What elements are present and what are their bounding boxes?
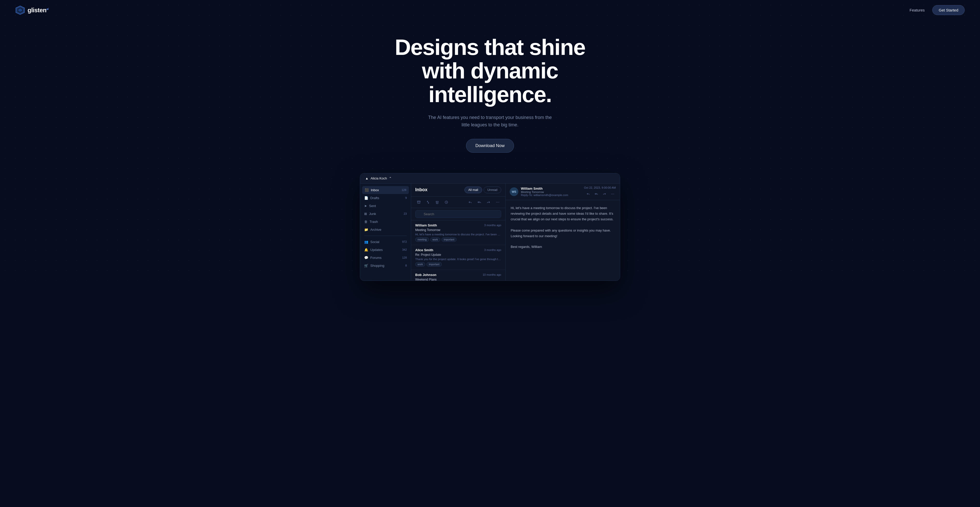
sidebar-divider bbox=[364, 236, 407, 236]
inbox-panel-title: Inbox bbox=[415, 187, 428, 193]
email-detail-panel: WS William Smith Meeting Tomorrow Reply-… bbox=[506, 183, 620, 281]
sidebar-item-sent[interactable]: ➤ Sent bbox=[360, 202, 411, 210]
archive-toolbar-icon[interactable] bbox=[415, 199, 422, 206]
search-input[interactable] bbox=[415, 210, 501, 218]
email-preview: Hi, let's have a meeting tomorrow to dis… bbox=[415, 233, 501, 236]
sidebar-item-trash[interactable]: 🗑 Trash bbox=[360, 218, 411, 226]
chevron-icon: ⌃ bbox=[389, 176, 392, 180]
email-toolbar: ⋯ bbox=[411, 196, 505, 208]
email-item[interactable]: Alice Smith 3 months ago Re: Project Upd… bbox=[411, 245, 505, 270]
download-button[interactable]: Download Now bbox=[466, 139, 514, 153]
more-toolbar-icon[interactable]: ⋯ bbox=[494, 199, 501, 206]
detail-actions: ⋯ bbox=[585, 191, 616, 197]
email-body-paragraph-2: Please come prepared with any questions … bbox=[511, 228, 615, 239]
filter-buttons: All mail Unread bbox=[465, 187, 501, 193]
account-selector[interactable]: ▲ Alicia Koch ⌃ bbox=[365, 176, 392, 180]
triangle-icon: ▲ bbox=[365, 176, 369, 180]
email-tag: important bbox=[442, 238, 457, 242]
get-started-button[interactable]: Get Started bbox=[932, 5, 965, 15]
sidebar-item-shopping[interactable]: 🛒 Shopping 8 bbox=[360, 261, 411, 269]
email-tag: meeting bbox=[415, 238, 429, 242]
email-time: 3 months ago bbox=[484, 224, 501, 227]
logo-icon bbox=[15, 5, 25, 15]
sidebar-item-junk[interactable]: ⊠ Junk 23 bbox=[360, 210, 411, 218]
email-sender: Bob Johnson bbox=[415, 273, 436, 277]
more-action-icon[interactable]: ⋯ bbox=[609, 191, 616, 197]
email-tag: important bbox=[426, 262, 442, 266]
account-name: Alicia Koch bbox=[371, 176, 387, 180]
drafts-label: Drafts bbox=[370, 196, 379, 200]
sidebar-item-drafts[interactable]: 📄 Drafts 9 bbox=[360, 194, 411, 202]
hero-subtitle: The AI features you need to transport yo… bbox=[426, 114, 554, 129]
email-date: Oct 22, 2023, 9:00:00 AM bbox=[584, 186, 616, 189]
email-tags: work important bbox=[415, 262, 501, 266]
filter-all-mail-button[interactable]: All mail bbox=[465, 187, 482, 193]
social-icon: 👥 bbox=[364, 240, 368, 244]
filter-unread-button[interactable]: Unread bbox=[484, 187, 501, 193]
reply-all-toolbar-icon[interactable] bbox=[476, 199, 483, 206]
email-list-panel: Inbox All mail Unread bbox=[411, 183, 506, 281]
junk-badge: 23 bbox=[404, 212, 407, 215]
forums-icon: 💬 bbox=[364, 256, 368, 260]
app-topbar: ▲ Alicia Koch ⌃ bbox=[360, 173, 620, 183]
email-time: 3 months ago bbox=[484, 249, 501, 252]
drafts-badge: 9 bbox=[405, 196, 407, 199]
email-list-header: Inbox All mail Unread bbox=[411, 183, 505, 196]
social-badge: 972 bbox=[402, 240, 407, 243]
reply-action-icon[interactable] bbox=[585, 191, 591, 197]
trash-label: Trash bbox=[369, 220, 378, 224]
email-preview: Thank you for the project update. It loo… bbox=[415, 258, 501, 261]
shopping-icon: 🛒 bbox=[364, 264, 368, 268]
sidebar-item-forums[interactable]: 💬 Forums 128 bbox=[360, 254, 411, 261]
email-sender: Alice Smith bbox=[415, 248, 433, 252]
junk-label: Junk bbox=[369, 212, 376, 216]
sidebar: ⬛ Inbox 128 📄 Drafts 9 bbox=[360, 183, 411, 281]
features-link[interactable]: Features bbox=[910, 8, 924, 12]
sender-subject: Meeting Tomorrow bbox=[521, 190, 568, 193]
inbox-badge: 128 bbox=[402, 188, 406, 191]
updates-badge: 342 bbox=[402, 248, 407, 251]
updates-icon: 🔔 bbox=[364, 248, 368, 252]
updates-label: Updates bbox=[370, 248, 383, 252]
search-bar: 🔍 bbox=[411, 208, 505, 220]
delete-toolbar-icon[interactable] bbox=[434, 199, 441, 206]
inbox-icon: ⬛ bbox=[365, 188, 369, 192]
trash-icon: 🗑 bbox=[364, 220, 368, 224]
email-list: William Smith 3 months ago Meeting Tomor… bbox=[411, 220, 505, 281]
forums-label: Forums bbox=[370, 256, 382, 260]
email-item[interactable]: William Smith 3 months ago Meeting Tomor… bbox=[411, 220, 505, 245]
detail-header: WS William Smith Meeting Tomorrow Reply-… bbox=[506, 183, 620, 200]
svg-rect-3 bbox=[417, 201, 420, 202]
email-tags: meeting work important bbox=[415, 238, 501, 242]
hero-title: Designs that shine with dynamic intellig… bbox=[375, 35, 605, 106]
snooze-toolbar-icon[interactable] bbox=[443, 199, 450, 206]
forward-action-icon[interactable] bbox=[601, 191, 608, 197]
sent-icon: ➤ bbox=[364, 204, 367, 208]
reply-all-action-icon[interactable] bbox=[593, 191, 600, 197]
app-mockup: ▲ Alicia Koch ⌃ ⬛ Inbox 128 bbox=[360, 173, 620, 281]
email-tag: work bbox=[430, 238, 440, 242]
move-toolbar-icon[interactable] bbox=[425, 199, 431, 206]
email-body-paragraph-1: Hi, let's have a meeting tomorrow to dis… bbox=[511, 205, 615, 222]
sidebar-item-inbox[interactable]: ⬛ Inbox 128 bbox=[362, 186, 409, 194]
sender-name: William Smith bbox=[521, 187, 568, 190]
sidebar-item-social[interactable]: 👥 Social 972 bbox=[360, 238, 411, 246]
archive-label: Archive bbox=[370, 228, 381, 231]
sidebar-item-updates[interactable]: 🔔 Updates 342 bbox=[360, 246, 411, 254]
email-body: Hi, let's have a meeting tomorrow to dis… bbox=[506, 200, 620, 281]
reply-toolbar-icon[interactable] bbox=[466, 199, 474, 206]
email-tag: work bbox=[415, 262, 425, 266]
email-subject: Weekend Plans bbox=[415, 278, 501, 281]
sender-reply-to: Reply-To: williamsmith@example.com bbox=[521, 193, 568, 196]
logo: glistenai bbox=[15, 5, 48, 15]
social-label: Social bbox=[370, 240, 379, 244]
inbox-label: Inbox bbox=[371, 188, 379, 192]
archive-icon: 📁 bbox=[364, 228, 368, 231]
sidebar-item-archive[interactable]: 📁 Archive bbox=[360, 226, 411, 234]
forums-badge: 128 bbox=[402, 256, 407, 259]
forward-toolbar-icon[interactable] bbox=[485, 199, 492, 206]
email-signature: Best regards, William bbox=[511, 244, 615, 250]
junk-icon: ⊠ bbox=[364, 212, 367, 216]
email-item[interactable]: Bob Johnson 10 months ago Weekend Plans … bbox=[411, 270, 505, 281]
email-subject: Re: Project Update bbox=[415, 253, 501, 257]
